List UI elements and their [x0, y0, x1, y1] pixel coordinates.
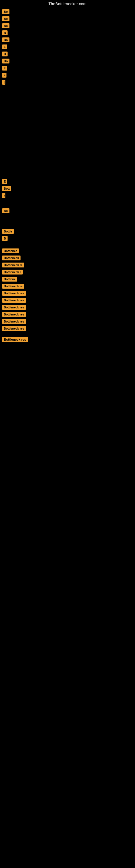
- btn-5[interactable]: Bo: [2, 37, 9, 42]
- item-row-28: Bottleneck res: [0, 318, 135, 325]
- btn-21[interactable]: Bottleneck r: [2, 270, 23, 275]
- item-row-13: Bott: [0, 185, 135, 192]
- btn-7[interactable]: B: [2, 52, 8, 56]
- btn-19[interactable]: Bottleneck: [2, 255, 20, 260]
- empty-section-4: [0, 242, 135, 247]
- empty-section-1: [0, 86, 135, 178]
- item-row-16: Bottle: [0, 228, 135, 235]
- btn-10[interactable]: s: [2, 73, 6, 78]
- item-row-2: Bo: [0, 15, 135, 22]
- btn-20[interactable]: Bottleneck re: [2, 262, 24, 268]
- btn-3[interactable]: Bo: [2, 23, 9, 28]
- item-row-26: Bottleneck res: [0, 304, 135, 311]
- item-row-22: Bottlene: [0, 276, 135, 283]
- item-row-19: Bottleneck: [0, 254, 135, 261]
- btn-2[interactable]: Bo: [2, 16, 9, 21]
- btn-13[interactable]: Bott: [2, 186, 11, 191]
- site-title: TheBottlenecker.com: [0, 0, 135, 7]
- btn-25[interactable]: Bottleneck res: [2, 298, 26, 303]
- item-row-14: r: [0, 192, 135, 199]
- empty-section-2: [0, 199, 135, 207]
- item-row-15: Bo: [0, 207, 135, 214]
- item-row-21: Bottleneck r: [0, 269, 135, 276]
- bottom-label-area: Bottleneck res: [0, 335, 135, 346]
- btn-1[interactable]: Bo: [2, 9, 9, 14]
- item-row-23: Bottleneck re: [0, 283, 135, 290]
- item-row-6: E: [0, 43, 135, 51]
- btn-4[interactable]: B: [2, 30, 8, 35]
- btn-28[interactable]: Bottleneck res: [2, 319, 26, 324]
- btn-11[interactable]: |: [2, 80, 5, 85]
- item-row-8: Bo: [0, 58, 135, 65]
- item-row-1: Bo: [0, 8, 135, 15]
- item-row-10: s: [0, 72, 135, 79]
- btn-24[interactable]: Bottleneck res: [2, 291, 26, 296]
- item-row-7: B: [0, 51, 135, 58]
- item-row-5: Bo: [0, 36, 135, 43]
- item-row-27: Bottleneck res: [0, 311, 135, 318]
- item-row-3: Bo: [0, 22, 135, 29]
- item-row-4: B: [0, 29, 135, 36]
- item-row-25: Bottleneck res: [0, 297, 135, 304]
- item-row-11: |: [0, 79, 135, 86]
- btn-17[interactable]: B: [2, 236, 8, 241]
- empty-section-3: [0, 214, 135, 228]
- item-row-24: Bottleneck res: [0, 290, 135, 297]
- item-row-29: Bottleneck res: [0, 325, 135, 332]
- item-row-20: Bottleneck re: [0, 261, 135, 269]
- btn-9[interactable]: E: [2, 66, 7, 70]
- btn-15[interactable]: Bo: [2, 208, 9, 213]
- item-row-9: E: [0, 65, 135, 72]
- btn-29[interactable]: Bottleneck res: [2, 326, 26, 331]
- btn-8[interactable]: Bo: [2, 59, 9, 63]
- btn-14[interactable]: r: [2, 193, 5, 198]
- btn-16[interactable]: Bottle: [2, 229, 14, 234]
- bottleneck-res-label: Bottleneck res: [2, 337, 28, 342]
- item-row-18: Bottlenec: [0, 247, 135, 254]
- btn-26[interactable]: Bottleneck res: [2, 305, 26, 310]
- btn-12[interactable]: E: [2, 179, 7, 184]
- item-row-12: E: [0, 178, 135, 185]
- btn-6[interactable]: E: [2, 44, 7, 50]
- btn-23[interactable]: Bottleneck re: [2, 284, 24, 289]
- btn-22[interactable]: Bottlene: [2, 277, 17, 282]
- item-row-17: B: [0, 235, 135, 242]
- btn-18[interactable]: Bottlenec: [2, 248, 19, 253]
- btn-27[interactable]: Bottleneck res: [2, 312, 26, 317]
